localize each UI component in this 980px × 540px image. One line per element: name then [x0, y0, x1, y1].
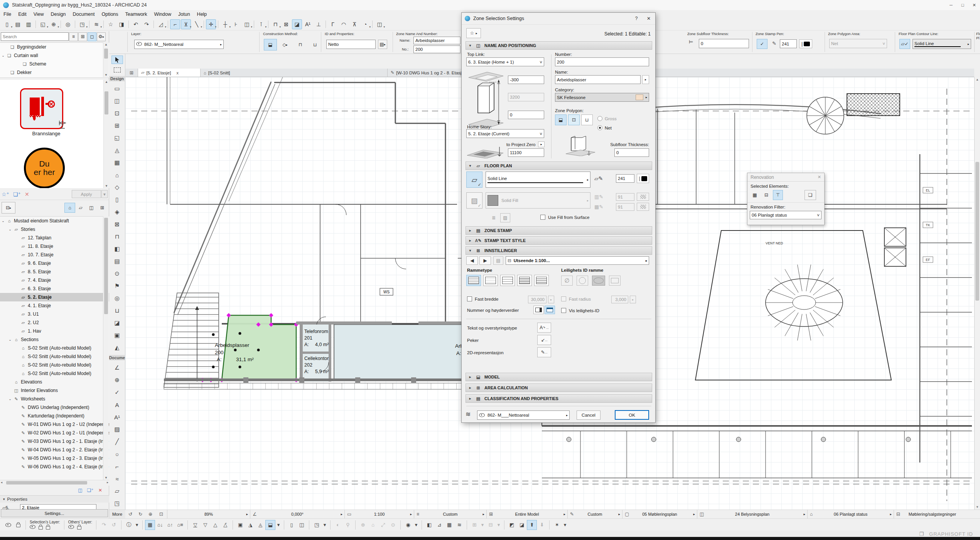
favorites-scrollbar[interactable]: ▲▼	[103, 42, 109, 77]
navigator-item[interactable]: ⌂S-02 Snitt (Auto-rebuild Model)	[0, 369, 109, 378]
drawing-tool[interactable]: ◳	[111, 498, 123, 509]
guide-lines-icon[interactable]: ⊦	[231, 19, 241, 29]
toolbar-icon[interactable]	[204, 20, 204, 28]
toolbar-icon[interactable]	[168, 20, 168, 28]
publisher-icon[interactable]: ⊞	[97, 203, 108, 213]
window-tool[interactable]: ⊡	[111, 108, 123, 119]
method-rectangular-icon[interactable]: ◇▸	[278, 39, 292, 50]
layer-combination-select[interactable]: ≡Custom▸	[414, 510, 486, 519]
navigator-item[interactable]: ▱5. 2. Etasje	[0, 293, 109, 301]
canvas-vscrollbar[interactable]: ▲ ▼	[974, 77, 980, 510]
navigator-item[interactable]: ▱11. 8. Etasje	[0, 242, 109, 251]
favorites-star-button[interactable]: ☆▸	[466, 28, 481, 38]
arc-icon[interactable]: ◠	[339, 19, 349, 29]
box-side-icon[interactable]: ◫	[297, 520, 307, 530]
zoom-in-icon[interactable]: ⊕	[145, 510, 155, 519]
navigator-item[interactable]: ▱10. 7. Etasje	[0, 251, 109, 259]
figure-tool[interactable]: ▱	[111, 486, 123, 496]
lock-selection-layer-icon[interactable]	[39, 526, 43, 530]
story-settings-icon[interactable]: ⌂≡	[175, 520, 185, 530]
renovation-filter-combo[interactable]: 06 Planlagt status˅	[750, 211, 821, 219]
layer-settings-icon[interactable]: ≋	[91, 19, 101, 29]
mesh-tool[interactable]: ▤	[111, 256, 123, 267]
vis-id-checkbox[interactable]	[561, 308, 566, 313]
bottom-offset-field[interactable]: 0	[508, 111, 544, 119]
fit-in-window-icon[interactable]: ⊡	[155, 510, 167, 519]
navigator-item[interactable]: ▱8. 5. Etasje	[0, 267, 109, 276]
zoom-undo-icon[interactable]: ↺	[125, 510, 135, 519]
dialog-close-icon[interactable]: ✕	[642, 16, 655, 21]
marquee-tool[interactable]	[111, 66, 123, 74]
radial-dimension-tool[interactable]: ⊕	[111, 375, 123, 385]
navigator-scrollbar[interactable]: ▼	[103, 216, 109, 480]
menu-item[interactable]: Design	[47, 11, 69, 18]
menu-item[interactable]: View	[30, 11, 47, 18]
navigator-item[interactable]: ⌄✎Worksheets	[0, 395, 109, 403]
renovation-filter-select[interactable]: ⌂06 Planlagt status▸	[807, 510, 894, 519]
polyline-tool[interactable]: ⌐	[111, 461, 123, 472]
navigator-item[interactable]: ▱7. 4. Etasje	[0, 276, 109, 284]
menu-item[interactable]: Jotun	[175, 11, 194, 18]
navigator-item[interactable]: ✎W-06 DWG Hus 1 og 2 - 4. Etasje (Inde	[0, 463, 109, 471]
navigator-item[interactable]: ▱4. 1. Etasje	[0, 301, 109, 310]
window-stack-icon[interactable]: ❐	[919, 531, 924, 537]
navigator-item[interactable]: ⌂S-02 Snitt (Auto-rebuild Model)	[0, 344, 109, 352]
new-folder-icon[interactable]: ❏⁺	[13, 191, 21, 197]
toolbar-icon[interactable]	[103, 20, 104, 28]
show-selection-layer-icon[interactable]	[30, 525, 35, 529]
navigator-item[interactable]: ▱1. Hav	[0, 327, 109, 335]
stamp-pen-swatch[interactable]: |	[799, 39, 812, 48]
menu-item[interactable]: Options	[98, 11, 121, 18]
navigator-item[interactable]: ✎W-03 DWG Hus 1 og 2 - 1. Etasje (Inde	[0, 437, 109, 446]
pointer-button[interactable]: ↙ ...	[537, 335, 551, 345]
roof-tool[interactable]: ◬	[111, 145, 123, 156]
door-tool[interactable]: ◫	[111, 96, 123, 106]
flip-up-icon[interactable]: ⬆	[527, 520, 537, 530]
story-settings-button[interactable]: Settings...	[1, 509, 108, 517]
delete-icon[interactable]: ⊠	[281, 19, 291, 29]
text-style-button[interactable]: A↷ ...	[537, 323, 551, 333]
floor-plan-view-icon[interactable]: ▦	[145, 520, 155, 530]
search-input[interactable]	[1, 32, 69, 41]
rep2d-button[interactable]: ✎ ...	[537, 347, 551, 357]
show-others-layer-icon[interactable]	[68, 525, 74, 529]
lasso-icon[interactable]: ◔	[360, 19, 370, 29]
document-tab[interactable]: ▱[5. 2. Etasje]x	[138, 69, 201, 77]
subfloor-thickness-field[interactable]: 0	[614, 148, 649, 157]
section-model[interactable]: ▸⬓MODEL	[466, 373, 652, 381]
fire-hose-favorite[interactable]	[20, 88, 63, 129]
properties-header[interactable]: ▾Properties	[0, 495, 109, 503]
3d-view-icon[interactable]: ⬓	[265, 520, 275, 530]
frame-type-1-icon[interactable]	[466, 275, 481, 286]
dashed-guide-icon[interactable]: ⌐	[170, 19, 180, 29]
favorites-icon[interactable]: ☆	[106, 19, 116, 29]
zoom-level-select[interactable]: 89%▸	[167, 510, 250, 519]
print-icon[interactable]: ▥	[24, 19, 34, 29]
hatch-lines-icon[interactable]: ≋	[454, 520, 464, 530]
preview-scrollbar[interactable]: ▲▼	[103, 80, 109, 188]
unlock-selection-layer-icon[interactable]	[46, 526, 50, 530]
net-radio[interactable]	[597, 125, 602, 130]
favorites-item[interactable]: ⌄❏Curtain wall	[0, 51, 109, 60]
toolbar-icon[interactable]	[61, 20, 61, 28]
magic-wand-icon[interactable]: ✶	[552, 520, 562, 530]
apply-dropdown[interactable]: ▾	[101, 190, 108, 198]
list-view-icon[interactable]: ≡	[69, 32, 78, 41]
document-tab[interactable]: ⌂[S-02 Snitt]	[201, 69, 388, 77]
grid-view-icon[interactable]: ⊞	[78, 32, 87, 41]
stamp-next-icon[interactable]: ▶	[479, 256, 491, 265]
help-icon[interactable]: ?	[631, 16, 642, 21]
navigator-item[interactable]: ⌂Elevations	[0, 378, 109, 386]
element-settings-icon[interactable]: ◳	[77, 19, 87, 29]
new-item-icon[interactable]: ❏⁺	[85, 486, 95, 495]
brick-icon[interactable]: ▦	[444, 520, 454, 530]
fill-toggle-icon[interactable]: ▨✓	[466, 192, 482, 209]
navigator-item[interactable]: ▱6. 3. Etasje	[0, 284, 109, 293]
element-info-dropdown[interactable]: ▾	[134, 520, 140, 530]
number-layout-1-icon[interactable]	[533, 306, 544, 314]
large-icon-view-icon[interactable]: ◻	[88, 32, 96, 41]
id-field[interactable]: Netto	[326, 40, 376, 49]
section-name-positioning[interactable]: ▾◫NAME AND POSITIONING	[466, 41, 652, 50]
navigator-item[interactable]: ▱2. U2	[0, 318, 109, 327]
navigator-item[interactable]: ⌄⌂Mustad eiendom Statskraft	[0, 217, 109, 225]
